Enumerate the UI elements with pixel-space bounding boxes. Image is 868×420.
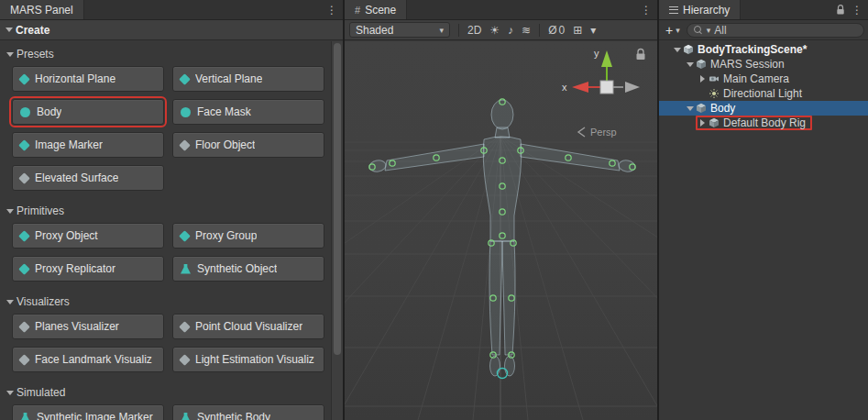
scene-visibility-toggle[interactable]: Ø 0 <box>548 24 565 37</box>
create-button-vertical-plane[interactable]: Vertical Plane <box>172 66 324 92</box>
create-button-synthetic-body[interactable]: Synthetic Body <box>172 404 324 420</box>
synthetic-body-icon <box>181 413 191 420</box>
unity-editor-window: MARS Panel ⋮ Create PresetsHorizontal Pl… <box>0 0 868 420</box>
hierarchy-item-content: Body <box>685 101 735 116</box>
create-button-proxy-object[interactable]: Proxy Object <box>12 223 164 249</box>
hierarchy-item-label: BodyTrackingScene* <box>698 43 807 56</box>
create-button-floor-object[interactable]: Floor Object <box>172 132 324 158</box>
image-marker-icon <box>18 139 30 151</box>
x-axis-cone[interactable] <box>572 82 588 93</box>
z-axis-cone[interactable] <box>625 82 640 93</box>
scrollbar-thumb[interactable] <box>334 43 341 355</box>
foldout-arrow-icon[interactable] <box>685 60 695 70</box>
foldout-arrow-icon[interactable] <box>698 118 708 128</box>
hierarchy-item-content: Default Body Rig <box>696 116 812 130</box>
foldout-arrow-icon[interactable] <box>698 74 708 84</box>
section-foldout-presets[interactable]: Presets <box>0 47 331 61</box>
hierarchy-item-default-body-rig[interactable]: Default Body Rig <box>659 116 868 130</box>
create-header-label: Create <box>16 24 49 37</box>
hierarchy-item-directional-light[interactable]: Directional Light <box>659 86 868 101</box>
search-icon <box>694 26 703 35</box>
foldout-arrow-icon <box>5 50 15 60</box>
create-button-body[interactable]: Body <box>12 99 164 125</box>
gizmo-center-cube[interactable] <box>600 81 613 94</box>
create-button-label: Proxy Group <box>195 229 257 242</box>
light-estimation-visualiz-icon <box>179 354 191 366</box>
body-icon <box>20 107 30 117</box>
mars-panel-menu-icon[interactable]: ⋮ <box>326 5 337 16</box>
hierarchy-tab-label: Hierarchy <box>683 4 730 17</box>
create-button-face-mask[interactable]: Face Mask <box>172 99 324 125</box>
y-axis-cone[interactable] <box>601 50 612 67</box>
tab-hierarchy[interactable]: Hierarchy <box>659 0 741 19</box>
foldout-arrow-icon[interactable] <box>672 45 682 55</box>
hierarchy-item-label: Directional Light <box>723 87 802 100</box>
section-label: Presets <box>16 48 54 61</box>
create-button-horizontal-plane[interactable]: Horizontal Plane <box>12 66 164 92</box>
section-foldout-primitives[interactable]: Primitives <box>0 204 331 218</box>
scene-menu-icon[interactable]: ⋮ <box>641 5 652 16</box>
shading-mode-dropdown[interactable]: Shaded ▾ <box>349 22 450 38</box>
hierarchy-menu-icon[interactable]: ⋮ <box>852 5 863 16</box>
chevron-down-icon: ▾ <box>439 26 444 35</box>
mars-panel: MARS Panel ⋮ Create PresetsHorizontal Pl… <box>0 0 343 420</box>
grid-toggle-icon[interactable]: ⊞ <box>573 24 582 37</box>
hierarchy-panel: Hierarchy ⋮ + ▾ ▾ All <box>659 0 868 420</box>
foldout-arrow-icon <box>4 25 14 35</box>
section-foldout-simulated[interactable]: Simulated <box>0 385 331 400</box>
synthetic-object-icon <box>181 264 191 274</box>
create-button-proxy-replicator[interactable]: Proxy Replicator <box>12 256 164 282</box>
scene-lighting-toggle-icon[interactable]: ☀ <box>489 24 500 37</box>
hierarchy-item-mars-session[interactable]: MARS Session <box>659 57 868 72</box>
create-button-label: Horizontal Plane <box>35 72 115 85</box>
scene-viewport[interactable]: y x Persp <box>345 41 657 420</box>
orientation-gizmo[interactable]: y x <box>562 48 640 94</box>
scene-panel: # Scene ⋮ Shaded ▾ 2D ☀ ♪ ≋ Ø 0 ⊞ ▾ <box>345 0 657 420</box>
hierarchy-item-content: BodyTrackingScene* <box>672 42 807 57</box>
scene-icon <box>683 44 695 55</box>
effects-toggle-icon[interactable]: ≋ <box>522 24 531 37</box>
add-gameobject-button[interactable]: + ▾ <box>663 23 683 38</box>
audio-toggle-icon[interactable]: ♪ <box>508 24 513 37</box>
section-label: Primitives <box>16 204 64 217</box>
hierarchy-item-content: Main Camera <box>698 72 789 86</box>
create-button-face-landmark-visualiz[interactable]: Face Landmark Visualiz <box>12 347 164 372</box>
2d-toggle[interactable]: 2D <box>467 24 481 37</box>
projection-toggle[interactable]: Persp <box>578 127 617 138</box>
lock-icon[interactable] <box>836 5 845 16</box>
create-button-planes-visualizer[interactable]: Planes Visualizer <box>12 314 164 339</box>
foldout-arrow-icon[interactable] <box>685 104 695 114</box>
toolbar-divider <box>458 24 459 37</box>
hierarchy-search-input[interactable]: ▾ All <box>687 23 864 38</box>
hierarchy-item-main-camera[interactable]: Main Camera <box>659 72 868 86</box>
grid-options-caret-icon[interactable]: ▾ <box>590 24 596 37</box>
hierarchy-tree: BodyTrackingScene*MARS SessionMain Camer… <box>659 40 868 130</box>
mars-panel-tabbar: MARS Panel ⋮ <box>0 0 343 20</box>
create-button-synthetic-image-marker[interactable]: Synthetic Image Marker <box>12 404 164 420</box>
hierarchy-item-label: Main Camera <box>723 72 789 85</box>
scene-toolbar: Shaded ▾ 2D ☀ ♪ ≋ Ø 0 ⊞ ▾ <box>345 20 657 40</box>
create-button-image-marker[interactable]: Image Marker <box>12 132 164 158</box>
face-mask-icon <box>181 107 191 117</box>
horizontal-plane-icon <box>18 73 30 85</box>
create-button-label: Synthetic Image Marker <box>37 411 153 420</box>
mars-create-sections: PresetsHorizontal PlaneVertical PlaneBod… <box>0 41 331 420</box>
hierarchy-item-label: MARS Session <box>710 58 785 71</box>
tab-scene[interactable]: # Scene <box>345 0 407 19</box>
hierarchy-item-bodytrackingscene[interactable]: BodyTrackingScene* <box>659 42 868 57</box>
create-button-point-cloud-visualizer[interactable]: Point Cloud Visualizer <box>172 314 324 339</box>
section-label: Visualizers <box>16 295 70 308</box>
vertical-scrollbar[interactable] <box>331 41 343 420</box>
create-button-synthetic-object[interactable]: Synthetic Object <box>172 256 324 282</box>
tab-mars-panel[interactable]: MARS Panel <box>0 0 84 19</box>
section-foldout-visualizers[interactable]: Visualizers <box>0 294 331 309</box>
hierarchy-item-body[interactable]: Body <box>659 101 868 116</box>
hierarchy-item-label: Body <box>710 102 735 115</box>
scene-lock-icon[interactable] <box>637 50 645 61</box>
create-button-elevated-surface[interactable]: Elevated Surface <box>12 165 164 191</box>
create-button-proxy-group[interactable]: Proxy Group <box>172 223 324 249</box>
hierarchy-tabbar: Hierarchy ⋮ <box>659 0 868 20</box>
create-button-label: Face Mask <box>197 105 251 118</box>
create-button-light-estimation-visualiz[interactable]: Light Estimation Visualiz <box>172 347 324 372</box>
create-foldout[interactable]: Create <box>0 20 343 40</box>
